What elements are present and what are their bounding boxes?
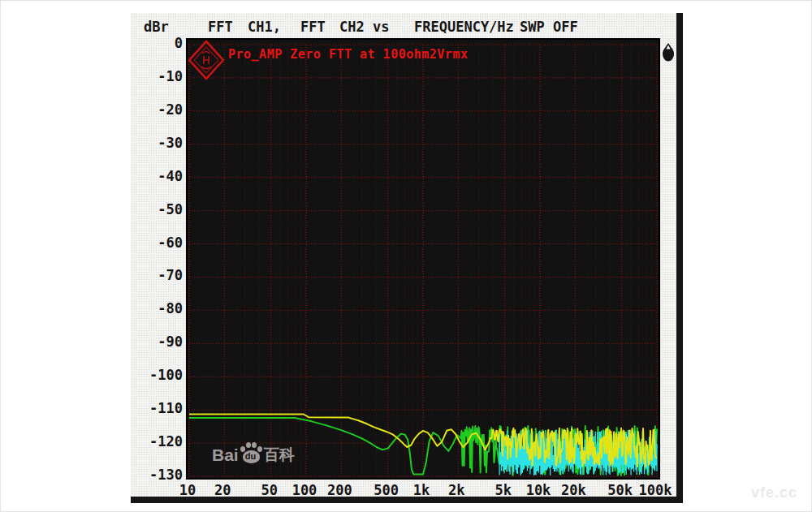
cursor-marker-icon xyxy=(662,42,675,63)
header-sweep-status: SWP OFF xyxy=(520,19,578,35)
fft-plot-area: Pro_AMP Zero FTT at 100ohm2Vrmx Bai du 百… xyxy=(186,38,660,480)
x-axis-tick-label: 20k xyxy=(561,482,586,498)
plot-title: Pro_AMP Zero FTT at 100ohm2Vrmx xyxy=(228,47,468,62)
baike-chinese-text: 百科 xyxy=(264,446,295,464)
baidu-baike-watermark: Bai du 百科 xyxy=(212,442,295,464)
header-xaxis-label: FREQUENCY/Hz xyxy=(414,19,514,35)
site-watermark: vfe.cc xyxy=(751,484,797,501)
y-axis-tick-label: -100 xyxy=(136,367,183,383)
header-fft2-label: FFT xyxy=(300,19,326,35)
baidu-paw-icon: du xyxy=(240,442,262,464)
y-axis-tick-label: 0 xyxy=(136,35,183,51)
x-axis-tick-label: 50k xyxy=(607,482,633,498)
y-axis-tick-label: -80 xyxy=(136,300,183,316)
y-unit-label: dBr xyxy=(144,19,169,35)
y-axis-tick-label: -90 xyxy=(136,333,183,350)
x-axis-tick-label: 200 xyxy=(327,482,352,498)
y-axis-tick-label: -130 xyxy=(136,467,183,483)
y-axis-tick-label: -40 xyxy=(136,168,183,184)
y-axis-tick-label: -30 xyxy=(136,135,183,151)
x-axis-tick-label: 10 xyxy=(179,482,196,498)
y-axis-tick-label: -70 xyxy=(136,267,183,283)
x-axis-tick-label: 10k xyxy=(526,482,551,498)
x-axis-tick-label: 2k xyxy=(448,482,464,498)
x-axis-tick-label: 500 xyxy=(374,482,399,498)
fft-plot-canvas xyxy=(188,40,659,478)
header-ch2-label: CH2 vs xyxy=(339,19,389,35)
y-axis-tick-label: -50 xyxy=(136,201,183,217)
baidu-text: Bai xyxy=(212,446,239,464)
header-ch1-label: CH1, xyxy=(248,19,281,35)
x-axis-tick-label: 1k xyxy=(413,482,430,498)
x-axis-tick-label: 50 xyxy=(261,482,277,498)
analyzer-screen: dBr FFT CH1, FFT CH2 vs FREQUENCY/Hz SWP… xyxy=(131,13,683,503)
y-axis-tick-label: -110 xyxy=(136,400,183,416)
y-axis-tick-label: -60 xyxy=(136,234,183,251)
red-diamond-logo-icon xyxy=(188,40,225,80)
y-axis-tick-label: -10 xyxy=(136,68,183,84)
screen-bottom-bezel xyxy=(131,497,683,503)
y-axis-tick-label: -20 xyxy=(136,101,183,118)
header-fft1-label: FFT xyxy=(208,19,233,35)
y-axis-tick-label: -120 xyxy=(136,433,183,450)
baidu-du-text: du xyxy=(245,451,256,461)
screen-right-bezel xyxy=(676,13,683,503)
x-axis-tick-label: 100k xyxy=(639,482,672,498)
x-axis-tick-label: 100 xyxy=(292,482,317,498)
screenshot-page: dBr FFT CH1, FFT CH2 vs FREQUENCY/Hz SWP… xyxy=(0,0,812,512)
x-axis-tick-label: 5k xyxy=(495,482,511,498)
x-axis-tick-label: 20 xyxy=(214,482,231,498)
